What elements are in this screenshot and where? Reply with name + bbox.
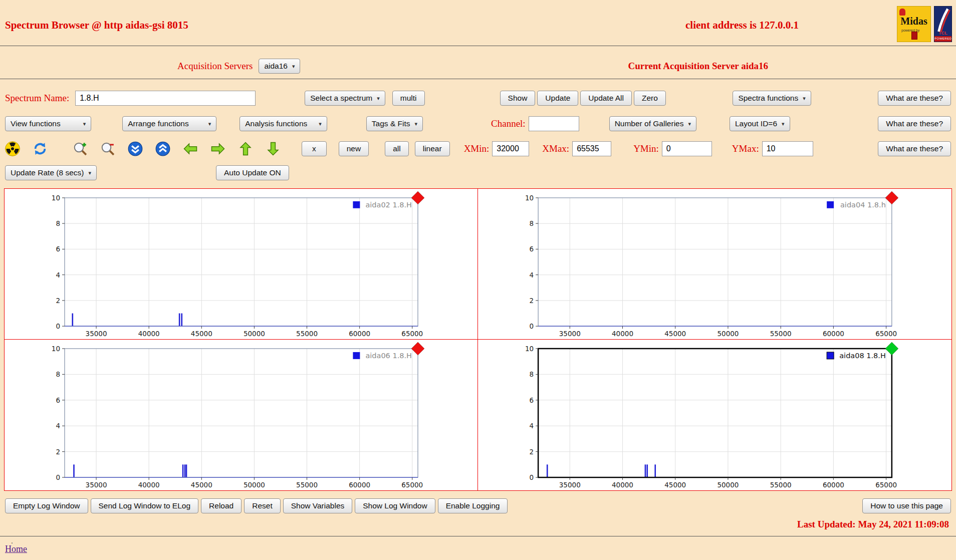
- empty-log-window-button[interactable]: Empty Log Window: [5, 498, 88, 513]
- what-are-these-button[interactable]: What are these?: [878, 91, 951, 106]
- update-all-button[interactable]: Update All: [580, 91, 632, 106]
- reset-button[interactable]: Reset: [244, 498, 281, 513]
- show-button[interactable]: Show: [500, 91, 536, 106]
- svg-text:60000: 60000: [349, 481, 370, 489]
- tags-fits-dropdown[interactable]: Tags & Fits ▾: [366, 116, 423, 131]
- update-rate-dropdown[interactable]: Update Rate (8 secs) ▾: [5, 165, 97, 180]
- chevron-down-icon: ▾: [88, 170, 91, 176]
- select-value: Select a spectrum: [310, 94, 372, 103]
- svg-text:60000: 60000: [823, 330, 844, 338]
- midas-badge-icon: [911, 32, 917, 40]
- spectrum-plot-4[interactable]: 3500040000450005000055000600006500002468…: [478, 340, 951, 490]
- svg-text:65000: 65000: [875, 481, 897, 489]
- number-of-galleries-dropdown[interactable]: Number of Galleries ▾: [609, 116, 696, 131]
- show-variables-button[interactable]: Show Variables: [283, 498, 353, 513]
- linear-button[interactable]: linear: [415, 141, 450, 156]
- spectrum-plot-1[interactable]: 3500040000450005000055000600006500002468…: [5, 189, 478, 340]
- svg-text:8: 8: [56, 370, 60, 378]
- xmin-label: XMin:: [464, 143, 490, 154]
- svg-text:0: 0: [530, 473, 534, 481]
- enable-logging-button[interactable]: Enable Logging: [438, 498, 508, 513]
- reload-button[interactable]: Reload: [201, 498, 242, 513]
- svg-text:10: 10: [52, 345, 60, 353]
- what-are-these-button[interactable]: What are these?: [878, 116, 951, 131]
- zoom-in-icon[interactable]: [73, 141, 88, 156]
- acquisition-server-select[interactable]: aida16 ▾: [259, 59, 300, 74]
- svg-text:65000: 65000: [401, 481, 423, 489]
- refresh-icon[interactable]: [33, 141, 48, 156]
- select-value: Number of Galleries: [615, 119, 684, 128]
- scroll-up-icon[interactable]: [155, 141, 170, 156]
- svg-text:6: 6: [56, 245, 60, 253]
- last-updated-text: Last Updated: May 24, 2021 11:09:08: [797, 519, 949, 530]
- scroll-down-icon[interactable]: [128, 141, 143, 156]
- xmin-input[interactable]: [492, 141, 529, 156]
- svg-text:6: 6: [530, 245, 534, 253]
- layout-id-dropdown[interactable]: Layout ID=6 ▾: [730, 116, 790, 131]
- analysis-functions-dropdown[interactable]: Analysis functions ▾: [240, 116, 327, 131]
- select-value: Update Rate (8 secs): [11, 168, 84, 177]
- select-value: View functions: [11, 119, 61, 128]
- svg-text:aida04 1.8.h: aida04 1.8.h: [840, 201, 886, 209]
- xmax-input[interactable]: [572, 141, 611, 156]
- client-address: client address is 127.0.0.1: [685, 19, 799, 32]
- svg-text:60000: 60000: [349, 330, 370, 338]
- svg-text:0: 0: [56, 323, 60, 330]
- ymin-input[interactable]: [662, 141, 712, 156]
- pan-up-icon[interactable]: [238, 141, 253, 156]
- zero-button[interactable]: Zero: [634, 91, 666, 106]
- ymax-label: YMax:: [732, 143, 759, 154]
- select-value: Arrange functions: [128, 119, 189, 128]
- svg-text:55000: 55000: [296, 481, 318, 489]
- select-value: Tags & Fits: [372, 119, 410, 128]
- select-value: Spectra functions: [738, 94, 798, 103]
- divider: [0, 46, 956, 46]
- chevron-down-icon: ▾: [83, 121, 86, 127]
- radioactive-icon[interactable]: [5, 141, 20, 156]
- view-functions-dropdown[interactable]: View functions ▾: [5, 116, 91, 131]
- ymax-input[interactable]: [762, 141, 813, 156]
- svg-text:35000: 35000: [559, 330, 581, 338]
- auto-update-button[interactable]: Auto Update ON: [216, 165, 289, 180]
- ymin-label: YMin:: [633, 143, 659, 154]
- midas-figure-icon: [899, 9, 905, 16]
- pan-left-icon[interactable]: [183, 141, 198, 156]
- svg-text:40000: 40000: [612, 481, 633, 489]
- pan-right-icon[interactable]: [210, 141, 225, 156]
- svg-text:6: 6: [56, 396, 60, 404]
- svg-text:10: 10: [525, 194, 534, 202]
- svg-text:0: 0: [530, 323, 534, 330]
- svg-text:55000: 55000: [770, 481, 792, 489]
- svg-text:65000: 65000: [401, 330, 423, 338]
- svg-text:35000: 35000: [559, 481, 581, 489]
- functions-row: View functions ▾ Arrange functions ▾ Ana…: [5, 115, 951, 133]
- pan-down-icon[interactable]: [266, 141, 281, 156]
- update-button[interactable]: Update: [537, 91, 578, 106]
- svg-text:2: 2: [56, 297, 60, 305]
- chevron-down-icon: ▾: [292, 64, 295, 69]
- multi-button[interactable]: multi: [392, 91, 425, 106]
- spectrum-name-input[interactable]: [75, 91, 256, 106]
- new-button[interactable]: new: [339, 141, 369, 156]
- spectrum-plot-2[interactable]: 3500040000450005000055000600006500002468…: [478, 189, 951, 340]
- svg-text:10: 10: [525, 345, 534, 353]
- chevron-down-icon: ▾: [782, 121, 785, 127]
- svg-text:45000: 45000: [191, 330, 212, 338]
- x-button[interactable]: x: [302, 141, 327, 156]
- chevron-down-icon: ▾: [377, 96, 380, 101]
- what-are-these-button[interactable]: What are these?: [878, 141, 951, 156]
- channel-input[interactable]: [529, 116, 579, 131]
- show-log-window-button[interactable]: Show Log Window: [355, 498, 435, 513]
- home-link[interactable]: Home: [5, 544, 27, 554]
- spectrum-plot-3[interactable]: 3500040000450005000055000600006500002468…: [5, 340, 478, 490]
- zoom-out-icon[interactable]: [100, 141, 115, 156]
- chevron-down-icon: ▾: [208, 121, 211, 127]
- send-log-to-elog-button[interactable]: Send Log Window to ELog: [91, 498, 199, 513]
- how-to-use-button[interactable]: How to use this page: [862, 498, 951, 513]
- select-spectrum-dropdown[interactable]: Select a spectrum ▾: [305, 91, 385, 106]
- all-button[interactable]: all: [385, 141, 409, 156]
- svg-text:35000: 35000: [86, 330, 107, 338]
- svg-text:4: 4: [56, 422, 60, 430]
- spectra-functions-dropdown[interactable]: Spectra functions ▾: [733, 91, 811, 106]
- arrange-functions-dropdown[interactable]: Arrange functions ▾: [122, 116, 216, 131]
